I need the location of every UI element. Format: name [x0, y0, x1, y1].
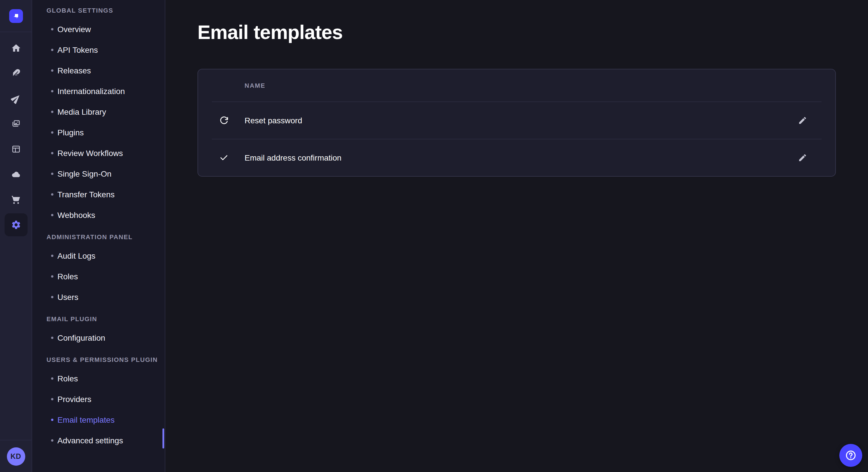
sidebar-item-label: Transfer Tokens [57, 190, 115, 199]
bullet [51, 296, 53, 298]
sidebar-item-single-sign-on[interactable]: Single Sign-On [32, 164, 165, 184]
bullet [51, 337, 53, 339]
sidebar-item-label: Audit Logs [57, 251, 95, 260]
edit-template-button[interactable] [794, 148, 812, 167]
send-icon [4, 87, 27, 110]
table-header-row: Name [198, 69, 835, 102]
bullet [51, 275, 53, 278]
sidebar-item-releases[interactable]: Releases [32, 60, 165, 81]
bullet [51, 439, 53, 442]
bullet [51, 255, 53, 257]
pencil-icon [798, 153, 807, 162]
rail-item-settings[interactable] [0, 212, 32, 237]
layout-icon [4, 138, 27, 161]
bullet [51, 28, 53, 30]
subnav-section-email-plugin: Email plugin [32, 315, 165, 322]
help-button[interactable] [839, 444, 862, 467]
sidebar-item-label: Internationalization [57, 87, 125, 96]
sidebar-item-users[interactable]: Users [32, 287, 165, 307]
template-name: Email address confirmation [245, 153, 342, 162]
bullet [51, 49, 53, 51]
main-content: Email templates Name Reset password Emai… [165, 0, 868, 472]
sidebar-item-label: Releases [57, 66, 91, 75]
refresh-icon [219, 115, 228, 125]
bullet [51, 152, 53, 154]
sidebar-item-audit-logs[interactable]: Audit Logs [32, 245, 165, 266]
sidebar-item-label: Roles [57, 374, 78, 383]
sidebar-item-review-workflows[interactable]: Review Workflows [32, 143, 165, 164]
rail-user-section: KD [0, 440, 32, 472]
question-mark-icon [844, 449, 857, 462]
pencil-icon [798, 115, 807, 125]
sidebar-item-admin-roles[interactable]: Roles [32, 266, 165, 287]
sidebar-item-webhooks[interactable]: Webhooks [32, 205, 165, 225]
home-icon [4, 37, 27, 60]
rail-item-content-builder[interactable] [0, 61, 32, 86]
bullet [51, 173, 53, 175]
bullet [51, 214, 53, 216]
sidebar-item-label: Users [57, 293, 79, 302]
bullet [51, 419, 53, 421]
template-row-reset-password[interactable]: Reset password [198, 102, 835, 139]
logo-section [0, 0, 32, 32]
subnav-section-users-permissions-plugin: Users & Permissions plugin [32, 356, 165, 363]
media-library-icon [4, 112, 27, 135]
sidebar-item-label: Roles [57, 272, 78, 281]
settings-subnav: Global settings Overview API Tokens Rele… [32, 0, 165, 472]
rail-item-cloud[interactable] [0, 162, 32, 187]
template-row-email-address-confirmation[interactable]: Email address confirmation [198, 139, 835, 176]
sidebar-item-label: Media Library [57, 107, 106, 116]
sidebar-item-internationalization[interactable]: Internationalization [32, 81, 165, 102]
template-name: Reset password [245, 115, 302, 125]
app-window: KD Global settings Overview API Tokens R… [0, 0, 868, 472]
active-item-indicator [162, 429, 164, 448]
feather-icon [4, 62, 27, 85]
rail-item-deploy[interactable] [0, 86, 32, 111]
sidebar-item-label: Advanced settings [57, 436, 123, 445]
strapi-logo-icon [11, 11, 20, 20]
sidebar-item-api-tokens[interactable]: API Tokens [32, 40, 165, 60]
bullet [51, 398, 53, 400]
sidebar-item-overview[interactable]: Overview [32, 19, 165, 40]
bullet [51, 131, 53, 134]
user-avatar[interactable]: KD [7, 447, 25, 465]
page-title: Email templates [197, 21, 868, 43]
sidebar-item-media-library[interactable]: Media Library [32, 102, 165, 122]
sidebar-item-email-templates[interactable]: Email templates [32, 409, 165, 430]
rail-item-home[interactable] [0, 36, 32, 61]
strapi-logo-button[interactable] [9, 9, 23, 23]
sidebar-item-label: Review Workflows [57, 148, 123, 158]
sidebar-item-plugins[interactable]: Plugins [32, 122, 165, 143]
sidebar-item-transfer-tokens[interactable]: Transfer Tokens [32, 184, 165, 205]
sidebar-item-configuration[interactable]: Configuration [32, 328, 165, 348]
edit-template-button[interactable] [794, 111, 812, 129]
bullet [51, 193, 53, 196]
cart-icon [4, 188, 27, 211]
rail-item-media-library[interactable] [0, 111, 32, 136]
sidebar-item-providers[interactable]: Providers [32, 389, 165, 409]
bullet [51, 111, 53, 113]
sidebar-item-up-roles[interactable]: Roles [32, 368, 165, 389]
sidebar-item-label: API Tokens [57, 45, 98, 55]
sidebar-item-label: Overview [57, 25, 91, 34]
sidebar-item-label: Single Sign-On [57, 169, 112, 178]
sidebar-item-label: Plugins [57, 128, 84, 137]
column-header-name: Name [245, 82, 266, 89]
sidebar-item-label: Email templates [57, 415, 115, 425]
rail-item-content-manager[interactable] [0, 136, 32, 162]
sidebar-item-label: Providers [57, 395, 91, 404]
sidebar-item-advanced-settings[interactable]: Advanced settings [32, 430, 165, 451]
sidebar-item-label: Configuration [57, 333, 105, 342]
subnav-section-administration-panel: Administration panel [32, 233, 165, 240]
subnav-section-global-settings: Global settings [32, 7, 165, 14]
bullet [51, 69, 53, 72]
check-icon [219, 153, 228, 162]
sidebar-item-label: Webhooks [57, 210, 95, 220]
main-nav-rail: KD [0, 0, 32, 472]
cloud-icon [4, 163, 27, 186]
bullet [51, 377, 53, 380]
email-templates-table: Name Reset password Email address confir… [197, 69, 836, 177]
rail-item-marketplace[interactable] [0, 187, 32, 212]
bullet [51, 90, 53, 92]
rail-icon-nav [0, 36, 32, 237]
